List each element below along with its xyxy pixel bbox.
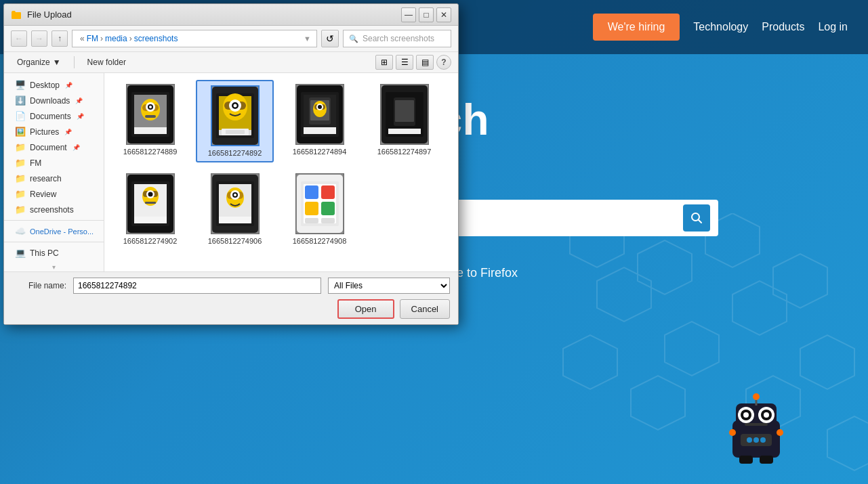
file-label-3: 1665812274894 [293,148,347,156]
up-button[interactable]: ↑ [51,30,68,47]
maximize-button[interactable]: □ [419,7,434,22]
file-thumbnail-selected [211,85,260,146]
path-screenshots[interactable]: screenshots [134,34,178,43]
downloads-icon: ⬇️ [15,95,26,106]
toolbar-right: ⊞ ☰ ▤ ? [375,55,451,70]
svg-point-55 [233,104,236,108]
file-thumbnail [126,84,175,145]
sidebar-item-document[interactable]: 📁 Document 📌 [4,139,104,155]
svg-rect-85 [134,217,167,223]
view-toggle-button[interactable]: ⊞ [375,55,393,70]
file-item-selected[interactable]: 1665812274892 [196,80,274,162]
sidebar-item-fm[interactable]: 📁 FM [4,155,104,171]
dialog-addressbar: ← → ↑ « FM › media › screenshots ▼ ↺ 🔍 S… [4,26,458,52]
screenshots-icon: 📁 [15,204,26,215]
dialog-body: 🖥️ Desktop 📌 ⬇️ Downloads 📌 📄 Documents … [4,73,458,271]
svg-point-67 [318,105,322,109]
dialog-bottom: File name: All Files Open Cancel [4,271,458,324]
svg-rect-102 [321,202,335,215]
path-media[interactable]: media [105,34,127,43]
review-icon: 📁 [15,189,26,199]
sidebar-item-review[interactable]: 📁 Review [4,186,104,202]
file-thumbnail-7 [295,173,344,234]
file-label: 1665812274889 [123,148,178,156]
sidebar-item-screenshots[interactable]: 📁 screenshots [4,202,104,217]
svg-point-94 [234,194,236,196]
organize-button[interactable]: Organize ▼ [11,56,67,69]
sidebar-item-documents[interactable]: 📄 Documents 📌 [4,108,104,124]
file-thumbnail-3 [295,84,344,145]
sidebar-label-downloads: Downloads [30,96,70,106]
sidebar-label-research: research [30,174,62,183]
sidebar-item-pictures[interactable]: 🖼️ Pictures 📌 [4,124,104,139]
sidebar-item-downloads[interactable]: ⬇️ Downloads 📌 [4,93,104,108]
file-upload-dialog: File Upload — □ ✕ ← → ↑ « FM › media › s… [3,3,459,325]
forward-button[interactable]: → [31,30,47,47]
research-icon: 📁 [15,173,26,183]
sidebar-divider [4,220,104,221]
svg-point-44 [149,106,152,108]
back-button[interactable]: ← [11,30,27,47]
sidebar-label-review: Review [30,190,56,199]
file-item[interactable]: 1665812274889 [111,80,189,162]
search-box[interactable]: 🔍 Search screenshots [343,30,451,47]
file-label-7: 1665812274908 [293,237,347,245]
dialog-overlay: File Upload — □ ✕ ← → ↑ « FM › media › s… [0,0,868,484]
onedrive-icon: ☁️ [15,226,26,236]
help-button[interactable]: ? [436,55,451,70]
file-label-4: 1665812274897 [377,148,432,156]
sidebar-label-fm: FM [30,158,41,168]
sidebar-item-onedrive[interactable]: ☁️ OneDrive - Perso... [4,223,104,239]
phone-thumbnail-1 [127,85,173,144]
new-folder-button[interactable]: New folder [81,56,132,69]
sidebar-label-documents: Documents [30,112,71,121]
svg-rect-57 [226,130,245,134]
svg-rect-45 [145,115,156,118]
sidebar-item-research[interactable]: 📁 research [4,171,104,186]
sidebar-label-document: Document [30,143,67,152]
search-placeholder-text: Search screenshots [363,34,434,43]
file-item-3[interactable]: 1665812274894 [281,80,358,162]
scroll-indicator: ▾ [4,261,104,271]
cancel-button[interactable]: Cancel [400,299,450,319]
sidebar-label-pictures: Pictures [30,127,59,137]
sidebar-item-desktop[interactable]: 🖥️ Desktop 📌 [4,77,104,93]
svg-rect-84 [145,202,156,204]
phone-thumbnail-3 [297,85,343,144]
path-fm[interactable]: FM [87,34,98,43]
filename-input[interactable] [73,278,321,294]
dialog-title: File Upload [27,9,401,20]
address-path[interactable]: « FM › media › screenshots ▼ [72,30,317,47]
file-thumbnail-4 [380,84,429,145]
dialog-titlebar: File Upload — □ ✕ [4,4,458,26]
files-grid: 1665812274889 [104,73,458,271]
document-folder-icon: 📁 [15,142,26,152]
svg-rect-100 [321,185,335,199]
svg-rect-95 [219,217,251,223]
phone-thumbnail-7 [297,175,343,233]
filetype-select[interactable]: All Files [328,278,450,294]
svg-rect-74 [395,100,414,122]
dialog-toolbar: Organize ▼ New folder ⊞ ☰ ▤ ? [4,52,458,73]
this-pc-icon: 💻 [15,248,26,258]
minimize-button[interactable]: — [401,7,416,22]
view-details-button[interactable]: ▤ [416,55,434,70]
file-item-5[interactable]: 1665812274902 [111,169,189,249]
svg-rect-104 [321,218,335,223]
svg-rect-75 [388,129,421,134]
file-item-7[interactable]: 1665812274908 [281,169,358,249]
sidebar-item-this-pc[interactable]: 💻 This PC [4,245,104,261]
view-list-button[interactable]: ☰ [396,55,413,70]
folder-icon [11,9,22,20]
open-button[interactable]: Open [337,299,394,319]
file-item-6[interactable]: 1665812274906 [196,169,274,249]
refresh-button[interactable]: ↺ [321,30,339,47]
close-button[interactable]: ✕ [436,7,451,22]
file-thumbnail-6 [211,173,260,234]
file-item-4[interactable]: 1665812274897 [365,80,443,162]
sidebar-label-screenshots: screenshots [30,205,74,215]
phone-thumbnail-5 [127,175,173,233]
documents-icon: 📄 [15,111,26,121]
filename-row: File name: All Files [12,278,450,294]
fm-icon: 📁 [15,158,26,168]
